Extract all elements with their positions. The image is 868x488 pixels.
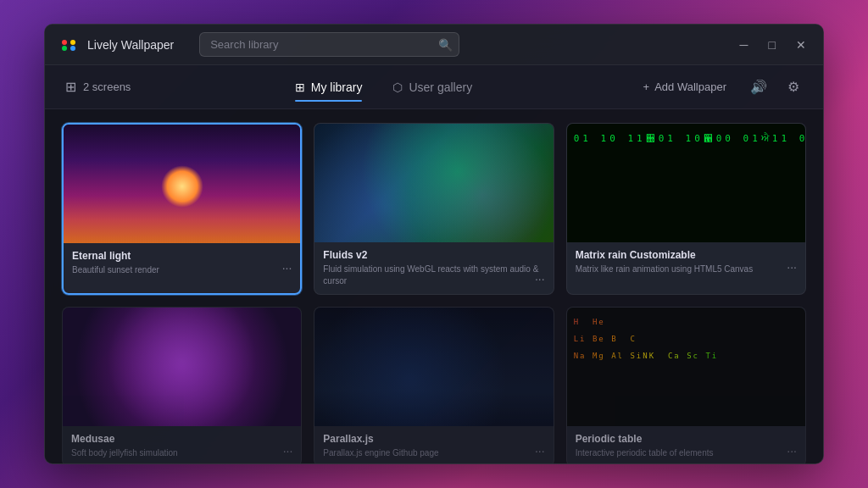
card-menu-button-parallax-js[interactable]: ···: [533, 442, 547, 459]
card-menu-button-periodic-table[interactable]: ···: [785, 442, 798, 459]
add-icon: +: [643, 80, 650, 93]
card-desc-fluids-v2: Fluid simulation using WebGL reacts with…: [323, 263, 544, 287]
svg-point-4: [70, 46, 75, 51]
app-title: Lively Wallpaper: [87, 38, 174, 52]
my-library-icon: ⊞: [295, 80, 305, 94]
wallpaper-card-fluids-v2[interactable]: Fluids v2 Fluid simulation using WebGL r…: [314, 123, 554, 295]
card-menu-button-medusa[interactable]: ···: [281, 442, 295, 459]
card-menu-button-eternal-light[interactable]: ···: [281, 259, 294, 276]
settings-button[interactable]: ⚙: [784, 75, 803, 98]
wallpaper-thumbnail-medusa: [63, 308, 301, 426]
search-bar: 🔍: [199, 32, 459, 57]
svg-point-2: [70, 40, 75, 45]
content-area: Eternal light Beautiful sunset render ··…: [45, 109, 823, 463]
screen-info: ⊞ 2 screens: [65, 79, 131, 95]
card-info-fluids-v2: Fluids v2 Fluid simulation using WebGL r…: [314, 242, 553, 294]
screens-icon: ⊞: [65, 79, 76, 95]
app-logo-icon: [58, 35, 79, 55]
card-desc-periodic-table: Interactive periodic table of elements: [576, 447, 797, 459]
wallpaper-card-parallax-js[interactable]: Parallax.js Parallax.js engine Github pa…: [314, 307, 554, 463]
close-button[interactable]: ✕: [793, 37, 810, 53]
wallpaper-thumbnail-matrix-rain: [567, 124, 805, 242]
wallpaper-grid: Eternal light Beautiful sunset render ··…: [62, 123, 806, 463]
wallpaper-thumbnail-eternal-light: [64, 125, 300, 243]
svg-point-1: [62, 40, 67, 45]
maximize-button[interactable]: □: [765, 37, 779, 53]
card-info-matrix-rain: Matrix rain Customizable Matrix like rai…: [567, 242, 805, 282]
card-title-matrix-rain: Matrix rain Customizable: [576, 249, 797, 261]
wallpaper-card-medusa[interactable]: Medusae Soft body jellyfish simulation ·…: [62, 307, 302, 463]
card-desc-eternal-light: Beautiful sunset render: [72, 264, 292, 276]
card-info-eternal-light: Eternal light Beautiful sunset render ··…: [64, 243, 300, 283]
tab-my-library[interactable]: ⊞ My library: [281, 74, 376, 101]
card-menu-button-matrix-rain[interactable]: ···: [785, 258, 798, 275]
wallpaper-card-matrix-rain[interactable]: Matrix rain Customizable Matrix like rai…: [566, 123, 806, 295]
search-icon-button[interactable]: 🔍: [438, 38, 453, 52]
toolbar-actions: + Add Wallpaper 🔊 ⚙: [637, 75, 803, 98]
card-menu-button-fluids-v2[interactable]: ···: [533, 270, 547, 287]
card-title-periodic-table: Periodic table: [576, 433, 797, 445]
volume-button[interactable]: 🔊: [747, 75, 771, 98]
wallpaper-card-eternal-light[interactable]: Eternal light Beautiful sunset render ··…: [62, 123, 302, 295]
my-library-label: My library: [311, 80, 363, 94]
card-info-parallax-js: Parallax.js Parallax.js engine Github pa…: [314, 426, 553, 463]
toolbar: ⊞ 2 screens ⊞ My library ⬡ User gallery …: [45, 65, 823, 109]
tab-user-gallery[interactable]: ⬡ User gallery: [379, 74, 486, 101]
card-title-eternal-light: Eternal light: [72, 250, 292, 262]
card-title-parallax-js: Parallax.js: [323, 433, 544, 445]
screens-label: 2 screens: [83, 80, 131, 93]
add-wallpaper-label: Add Wallpaper: [654, 80, 726, 93]
search-input[interactable]: [199, 32, 459, 57]
card-title-medusa: Medusae: [71, 433, 292, 445]
window-controls: ─ □ ✕: [737, 37, 810, 53]
user-gallery-label: User gallery: [409, 80, 472, 94]
minimize-button[interactable]: ─: [737, 37, 752, 53]
svg-point-3: [62, 46, 67, 51]
add-wallpaper-button[interactable]: + Add Wallpaper: [637, 77, 733, 97]
card-info-periodic-table: Periodic table Interactive periodic tabl…: [567, 426, 805, 463]
user-gallery-icon: ⬡: [392, 80, 403, 94]
app-window: Lively Wallpaper 🔍 ─ □ ✕ ⊞ 2 screens ⊞ M…: [44, 24, 824, 464]
card-desc-matrix-rain: Matrix like rain animation using HTML5 C…: [576, 263, 797, 275]
wallpaper-card-periodic-table[interactable]: Periodic table Interactive periodic tabl…: [566, 307, 806, 463]
card-info-medusa: Medusae Soft body jellyfish simulation ·…: [63, 426, 301, 463]
wallpaper-thumbnail-fluids-v2: [314, 124, 553, 242]
card-desc-parallax-js: Parallax.js engine Github page: [323, 447, 544, 459]
card-title-fluids-v2: Fluids v2: [323, 249, 544, 261]
svg-point-0: [60, 36, 77, 53]
wallpaper-thumbnail-parallax-js: [314, 308, 553, 426]
card-desc-medusa: Soft body jellyfish simulation: [71, 447, 292, 459]
title-bar: Lively Wallpaper 🔍 ─ □ ✕: [45, 25, 823, 65]
toolbar-nav: ⊞ My library ⬡ User gallery: [281, 74, 486, 101]
wallpaper-thumbnail-periodic-table: [567, 308, 805, 426]
